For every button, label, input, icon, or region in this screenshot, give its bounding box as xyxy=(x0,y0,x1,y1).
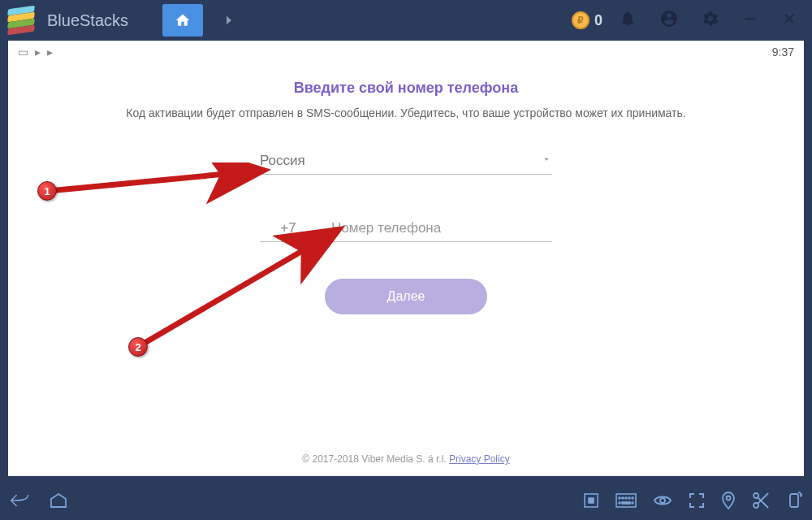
home-icon xyxy=(175,12,191,28)
svg-point-11 xyxy=(619,502,620,504)
coin-counter[interactable]: ₽ 0 xyxy=(572,11,603,29)
location-button[interactable] xyxy=(721,492,736,513)
home-button[interactable] xyxy=(49,492,68,512)
svg-rect-0 xyxy=(745,18,755,20)
svg-point-13 xyxy=(632,502,633,504)
account-button[interactable] xyxy=(653,9,685,32)
titlebar: BlueStacks ₽ 0 xyxy=(0,0,812,41)
play-icon-2: ▸ xyxy=(47,46,53,58)
coin-icon: ₽ xyxy=(572,11,590,29)
svg-point-8 xyxy=(625,497,627,499)
svg-rect-4 xyxy=(589,498,594,503)
fullscreen-icon xyxy=(689,492,705,509)
status-left-icons: ▭ ▸ ▸ xyxy=(18,46,53,58)
pin-icon xyxy=(721,492,736,509)
scissors-icon xyxy=(752,492,770,509)
home-nav-icon xyxy=(49,492,68,509)
minimize-button[interactable] xyxy=(736,11,765,30)
android-nav-bar xyxy=(0,484,812,520)
svg-rect-5 xyxy=(616,494,636,507)
country-selector[interactable]: Россия xyxy=(260,148,552,175)
fullscreen-button[interactable] xyxy=(689,492,705,512)
app-title: BlueStacks xyxy=(47,11,128,30)
app-logo-icon xyxy=(8,6,37,35)
rotate-icon xyxy=(786,491,802,510)
next-button[interactable]: Далее xyxy=(325,279,487,314)
privacy-policy-link[interactable]: Privacy Policy xyxy=(449,453,510,465)
screenshot-button[interactable] xyxy=(583,492,599,512)
cut-button[interactable] xyxy=(752,492,770,513)
back-button[interactable] xyxy=(10,492,31,512)
phone-number-input[interactable] xyxy=(331,215,552,242)
visibility-button[interactable] xyxy=(653,493,672,511)
back-icon xyxy=(10,492,31,509)
coin-count: 0 xyxy=(594,12,603,29)
play-icon-1: ▸ xyxy=(35,46,41,58)
forward-button[interactable] xyxy=(213,4,245,37)
copyright-text: © 2017-2018 Viber Media S. á r.l. xyxy=(302,453,449,465)
svg-rect-18 xyxy=(790,494,798,507)
content-area: ▭ ▸ ▸ 9:37 Введите свой номер телефона К… xyxy=(8,41,804,476)
svg-point-9 xyxy=(628,497,630,499)
keyboard-icon xyxy=(615,493,637,508)
device-icon: ▭ xyxy=(18,46,28,58)
status-time: 9:37 xyxy=(772,46,794,58)
screenshot-icon xyxy=(583,492,599,509)
minimize-icon xyxy=(742,11,758,27)
svg-point-10 xyxy=(632,497,633,499)
gear-icon xyxy=(702,10,719,28)
phone-input-row: +7 xyxy=(260,215,552,242)
close-button[interactable] xyxy=(775,11,804,30)
viber-setup-screen: Введите свой номер телефона Код активаци… xyxy=(8,63,804,442)
eye-icon xyxy=(653,493,672,508)
user-circle-icon xyxy=(659,9,679,28)
svg-rect-12 xyxy=(622,502,630,504)
app-window: BlueStacks ₽ 0 ▭ ▸ xyxy=(0,0,812,520)
svg-point-14 xyxy=(660,498,665,503)
keyboard-button[interactable] xyxy=(615,493,637,511)
home-tab[interactable] xyxy=(162,4,203,37)
svg-point-7 xyxy=(622,497,624,499)
footer: © 2017-2018 Viber Media S. á r.l. Privac… xyxy=(8,442,804,476)
svg-point-6 xyxy=(619,497,620,499)
settings-button[interactable] xyxy=(695,10,726,31)
dial-code[interactable]: +7 xyxy=(260,215,317,242)
page-subtitle: Код активации будет отправлен в SMS-сооб… xyxy=(93,106,718,119)
chevron-right-icon xyxy=(222,13,236,28)
close-icon xyxy=(781,11,797,27)
page-title: Введите свой номер телефона xyxy=(294,80,518,97)
bell-icon xyxy=(619,10,637,28)
rotate-button[interactable] xyxy=(786,491,802,514)
chevron-down-icon xyxy=(541,154,552,168)
notifications-button[interactable] xyxy=(612,10,643,31)
country-name: Россия xyxy=(260,153,541,169)
android-status-bar: 9:37 xyxy=(8,41,804,63)
svg-point-15 xyxy=(727,496,731,500)
